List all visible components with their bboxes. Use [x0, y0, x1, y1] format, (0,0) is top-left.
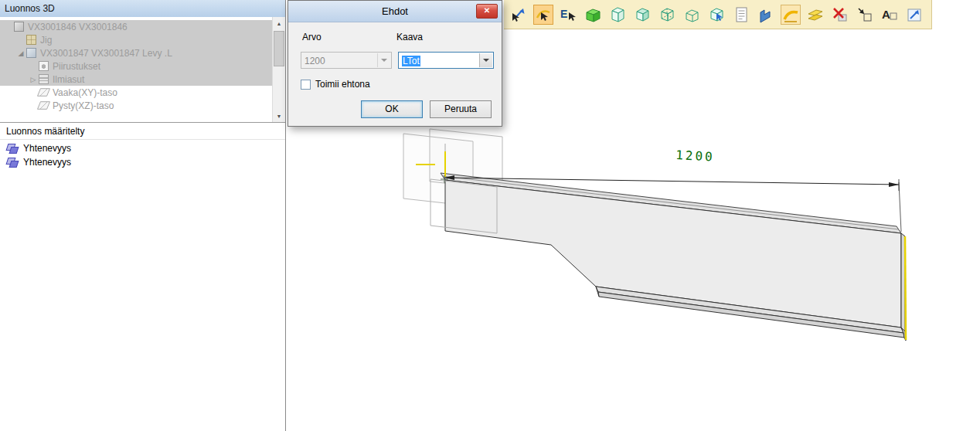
- formula-combobox-value: LTot: [402, 56, 420, 66]
- tree-label: Vaaka(XY)-taso: [53, 87, 117, 98]
- dimension-arrow-right: [889, 182, 899, 187]
- tree-label: Pysty(XZ)-taso: [53, 100, 114, 111]
- import-part-icon[interactable]: [855, 5, 875, 25]
- constraint-label: Yhtenevyys: [23, 143, 71, 154]
- formula-combobox[interactable]: LTot: [398, 52, 494, 69]
- tree-row[interactable]: Pysty(XZ)-taso: [0, 99, 272, 112]
- extrude-icon[interactable]: [756, 5, 776, 25]
- sketch-3d-panel: Luonnos 3D VX3001846 VX3001846 Jig ◢ VX3…: [0, 0, 286, 431]
- box-hidden-edges-icon[interactable]: [657, 5, 677, 25]
- value-combobox-dropdown[interactable]: [377, 53, 390, 67]
- sheet-stack-icon[interactable]: [805, 5, 825, 25]
- config-icon: [39, 74, 49, 84]
- feature-list-icon[interactable]: [731, 5, 751, 25]
- value-combobox-value: 1200: [305, 55, 376, 67]
- ok-button[interactable]: OK: [361, 100, 423, 118]
- coincident-icon: [6, 158, 19, 168]
- dimension-text[interactable]: 1200: [675, 148, 715, 165]
- tree-label: Piirustukset: [53, 61, 100, 72]
- plane-icon: [37, 88, 50, 96]
- conditions-dialog: Ehdot ✕ Arvo Kaava 1200 LTot Toimii ehto…: [288, 0, 502, 127]
- formula-label: Kaava: [396, 32, 423, 42]
- box-wireframe-icon[interactable]: [607, 5, 628, 25]
- value-combobox[interactable]: 1200: [301, 52, 392, 69]
- constraint-label: Yhtenevyys: [23, 157, 71, 168]
- tree-label: Ilmiasut: [53, 74, 84, 85]
- delete-feature-icon[interactable]: [830, 5, 850, 25]
- tree-row[interactable]: ◢ VX3001847 VX3001847 Levy .L: [0, 46, 272, 59]
- acts-as-condition-checkbox[interactable]: [301, 80, 311, 90]
- solid-box-icon[interactable]: [583, 5, 603, 25]
- tree-row[interactable]: VX3001846 VX3001846: [0, 20, 272, 33]
- tree-row[interactable]: Vaaka(XY)-taso: [0, 86, 272, 99]
- tree-label: VX3001846 VX3001846: [28, 22, 128, 32]
- tree-scrollbar[interactable]: ▲ ▼: [272, 17, 285, 122]
- dimension-extension-line: [899, 182, 901, 232]
- constraints-section-header: Luonnos määritelty: [0, 123, 285, 140]
- box-shaded-icon[interactable]: [632, 5, 652, 25]
- highlighted-edge[interactable]: [905, 236, 906, 340]
- formula-combobox-dropdown[interactable]: [479, 53, 492, 67]
- application-window: Luonnos 3D VX3001846 VX3001846 Jig ◢ VX3…: [0, 0, 980, 431]
- annotation-icon[interactable]: A: [880, 5, 900, 25]
- chevron-down-icon: [381, 59, 387, 62]
- model-tree-area: VX3001846 VX3001846 Jig ◢ VX3001847 VX30…: [0, 17, 285, 123]
- tree-row[interactable]: Jig: [0, 33, 272, 46]
- coincident-icon: [6, 144, 19, 154]
- scrollbar-thumb[interactable]: [274, 31, 284, 66]
- scroll-down-icon[interactable]: ▼: [273, 110, 285, 122]
- panel-title: Luonnos 3D: [0, 0, 285, 18]
- close-icon[interactable]: ✕: [476, 4, 498, 19]
- bend-tool-icon[interactable]: [781, 5, 801, 25]
- select-chain-icon[interactable]: [533, 5, 553, 25]
- dialog-titlebar[interactable]: Ehdot ✕: [288, 1, 502, 22]
- tree-row[interactable]: Piirustukset: [0, 59, 272, 73]
- tree-label: VX3001847 VX3001847 Levy .L: [40, 48, 172, 59]
- drawings-icon: [39, 61, 49, 71]
- svg-text:E: E: [560, 8, 567, 20]
- scroll-up-icon[interactable]: ▲: [273, 17, 285, 29]
- tree-expander[interactable]: ▷: [28, 76, 39, 83]
- svg-text:A: A: [882, 8, 890, 21]
- part-icon: [26, 48, 36, 58]
- constraint-row[interactable]: Yhtenevyys: [0, 141, 284, 155]
- box-open-icon[interactable]: [682, 5, 702, 25]
- tree-label: Jig: [40, 35, 52, 46]
- box-pick-icon[interactable]: [706, 5, 726, 25]
- export-view-icon[interactable]: [904, 5, 924, 25]
- jig-icon: [26, 35, 36, 45]
- dialog-title: Ehdot: [382, 5, 408, 17]
- tree-row[interactable]: ▷ Ilmiasut: [0, 73, 272, 86]
- chevron-down-icon: [483, 59, 489, 62]
- constraint-row[interactable]: Yhtenevyys: [0, 155, 284, 169]
- value-label: Arvo: [302, 32, 322, 42]
- cad-toolbar: E: [504, 0, 932, 29]
- plane-icon: [37, 101, 50, 109]
- tree-expander[interactable]: ◢: [15, 49, 26, 57]
- model-tree: VX3001846 VX3001846 Jig ◢ VX3001847 VX30…: [0, 20, 272, 112]
- pick-element-icon[interactable]: E: [558, 5, 578, 25]
- assembly-icon: [14, 22, 24, 32]
- checkbox-label: Toimii ehtona: [315, 79, 370, 90]
- cancel-button[interactable]: Peruuta: [430, 100, 492, 118]
- select-arrow-icon[interactable]: [509, 5, 529, 25]
- constraints-list: Yhtenevyys Yhtenevyys: [0, 141, 284, 169]
